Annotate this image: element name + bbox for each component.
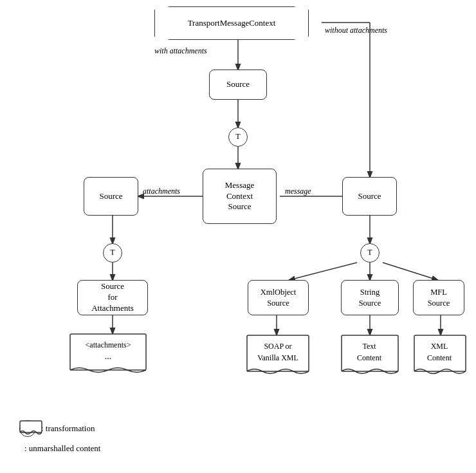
t-left-label: T: [110, 248, 114, 258]
without-attachments-label: without attachments: [325, 26, 387, 35]
text-content-node: Text Content: [341, 335, 399, 378]
svg-text:XML: XML: [431, 342, 448, 351]
legend-unmarshalled: : unmarshalled content: [19, 443, 100, 454]
legend-t-circle: T: [19, 420, 36, 437]
svg-text:Content: Content: [357, 353, 382, 362]
diagram-container: TransportMessageContext with attachments…: [0, 0, 476, 473]
xml-content-node: XML Content: [414, 335, 466, 378]
svg-rect-26: [414, 335, 466, 371]
svg-rect-20: [247, 335, 309, 371]
mfl-source-label: MFL Source: [428, 287, 450, 308]
source-left-label: Source: [99, 191, 122, 202]
source-top-label: Source: [226, 79, 250, 90]
t-circle-top: T: [228, 127, 248, 147]
legend-unmarshalled-text: : unmarshalled content: [24, 443, 100, 454]
svg-text:Vanilla XML: Vanilla XML: [257, 353, 298, 362]
with-attachments-label: with attachments: [154, 46, 207, 56]
legend: T : transformation : unmarshalled conten…: [19, 420, 100, 460]
source-right-node: Source: [342, 177, 397, 216]
transport-message-context-node: TransportMessageContext: [154, 6, 309, 40]
mfl-source-node: MFL Source: [413, 280, 464, 315]
svg-line-11: [289, 263, 357, 280]
svg-text:SOAP or: SOAP or: [264, 342, 291, 351]
message-context-source-node: Message Context Source: [203, 169, 277, 224]
string-source-node: String Source: [341, 280, 399, 315]
source-attachments-node: Source for Attachments: [77, 280, 148, 315]
t-right-label: T: [367, 248, 372, 258]
soap-vanilla-xml-node: SOAP or Vanilla XML: [246, 335, 309, 378]
xmlobject-source-node: XmlObject Source: [248, 280, 309, 315]
legend-transformation-text: : transformation: [41, 423, 95, 434]
legend-t-label: T: [25, 424, 30, 434]
xmlobject-source-label: XmlObject Source: [261, 287, 297, 308]
legend-transformation: T : transformation: [19, 420, 100, 437]
t-circle-left: T: [103, 243, 122, 263]
source-attachments-label: Source for Attachments: [91, 281, 134, 314]
source-top-node: Source: [209, 70, 267, 100]
t-top-label: T: [235, 132, 240, 142]
svg-text:<attachments>: <attachments>: [86, 340, 131, 349]
transport-label: TransportMessageContext: [188, 18, 276, 29]
source-right-label: Source: [358, 191, 381, 202]
svg-text:Content: Content: [427, 353, 452, 362]
source-left-node: Source: [84, 177, 138, 216]
svg-line-13: [383, 263, 437, 280]
svg-text:...: ...: [105, 351, 112, 361]
string-source-label: String Source: [359, 287, 381, 308]
svg-rect-23: [342, 335, 398, 371]
svg-text:Text: Text: [362, 342, 376, 351]
msg-context-label: Message Context Source: [225, 180, 255, 213]
t-circle-right: T: [360, 243, 380, 263]
attachments-label: attachments: [143, 187, 180, 196]
attachments-doc-node: <attachments> ...: [69, 333, 147, 377]
message-label: message: [285, 187, 311, 196]
svg-rect-17: [70, 334, 146, 370]
